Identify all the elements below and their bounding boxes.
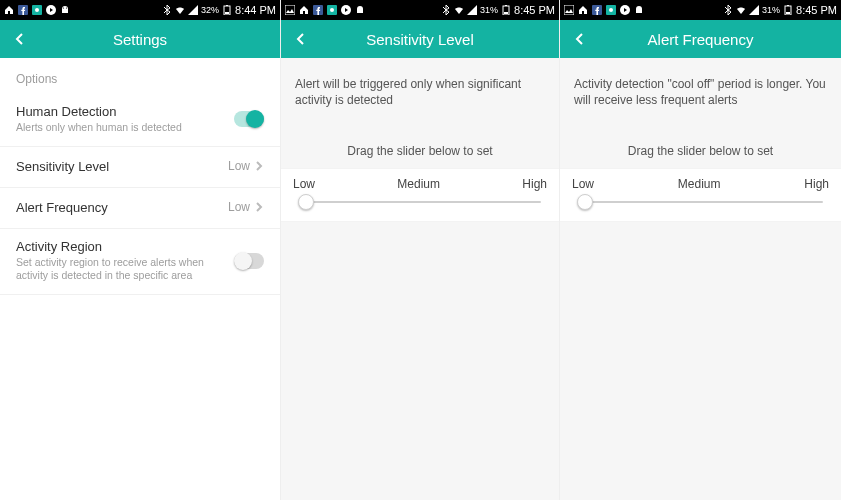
back-button[interactable] (0, 20, 40, 58)
signal-icon (188, 5, 198, 15)
status-bar: 31% 8:45 PM (281, 0, 559, 20)
pane-settings: 32% 8:44 PM Settings Options Human Detec… (0, 0, 281, 500)
android-icon (60, 5, 70, 15)
item-alert-frequency[interactable]: Alert Frequency Low (0, 188, 280, 229)
bluetooth-icon (441, 5, 451, 15)
slider-thumb[interactable] (298, 194, 314, 210)
battery-pct: 31% (480, 5, 498, 15)
camera-icon (327, 5, 337, 15)
battery-pct: 32% (201, 5, 219, 15)
pane-sensitivity: 31% 8:45 PM Sensitivity Level Alert will… (281, 0, 560, 500)
slider-thumb[interactable] (577, 194, 593, 210)
play-icon (620, 5, 630, 15)
home-icon (4, 5, 14, 15)
svg-point-20 (609, 8, 613, 12)
slider-label-low: Low (293, 177, 315, 191)
android-icon (634, 5, 644, 15)
section-label: Options (0, 58, 280, 94)
slider-card: Low Medium High (281, 168, 559, 222)
slider[interactable] (299, 201, 541, 203)
page-title: Sensitivity Level (281, 31, 559, 48)
svg-rect-17 (564, 5, 574, 15)
item-title: Alert Frequency (16, 200, 220, 215)
item-value: Low (228, 200, 250, 214)
app-header: Sensitivity Level (281, 20, 559, 58)
picture-icon (564, 5, 574, 15)
picture-icon (285, 5, 295, 15)
facebook-icon (313, 5, 323, 15)
item-title: Sensitivity Level (16, 159, 220, 174)
facebook-icon (18, 5, 28, 15)
settings-list: Options Human Detection Alerts only when… (0, 58, 280, 295)
slider-label-medium: Medium (397, 177, 440, 191)
slider-label-high: High (804, 177, 829, 191)
back-button[interactable] (560, 20, 600, 58)
battery-pct: 31% (762, 5, 780, 15)
item-subtitle: Set activity region to receive alerts wh… (16, 256, 226, 282)
camera-icon (606, 5, 616, 15)
android-icon (355, 5, 365, 15)
item-title: Activity Region (16, 239, 226, 254)
slider[interactable] (578, 201, 823, 203)
description: Alert will be triggered only when signif… (281, 58, 559, 116)
svg-rect-24 (786, 12, 790, 14)
chevron-right-icon (254, 198, 264, 216)
slider-card: Low Medium High (560, 168, 841, 222)
wifi-icon (454, 5, 464, 15)
battery-icon (783, 5, 793, 15)
wifi-icon (175, 5, 185, 15)
item-value: Low (228, 159, 250, 173)
signal-icon (467, 5, 477, 15)
drag-instruction: Drag the slider below to set (281, 116, 559, 168)
page-title: Alert Frequency (560, 31, 841, 48)
clock: 8:44 PM (235, 4, 276, 16)
svg-rect-15 (505, 5, 507, 6)
home-icon (578, 5, 588, 15)
status-bar: 32% 8:44 PM (0, 0, 280, 20)
play-icon (341, 5, 351, 15)
clock: 8:45 PM (514, 4, 555, 16)
slider-label-low: Low (572, 177, 594, 191)
battery-icon (222, 5, 232, 15)
facebook-icon (592, 5, 602, 15)
status-bar: 31% 8:45 PM (560, 0, 841, 20)
drag-instruction: Drag the slider below to set (560, 116, 841, 168)
app-header: Settings (0, 20, 280, 58)
svg-rect-8 (225, 12, 229, 14)
page-title: Settings (0, 31, 280, 48)
svg-point-12 (330, 8, 334, 12)
bluetooth-icon (723, 5, 733, 15)
back-button[interactable] (281, 20, 321, 58)
bluetooth-icon (162, 5, 172, 15)
slider-label-high: High (522, 177, 547, 191)
item-title: Human Detection (16, 104, 226, 119)
chevron-right-icon (254, 157, 264, 175)
item-human-detection[interactable]: Human Detection Alerts only when human i… (0, 94, 280, 147)
battery-icon (501, 5, 511, 15)
svg-rect-7 (226, 5, 228, 6)
svg-rect-9 (285, 5, 295, 15)
slider-label-medium: Medium (678, 177, 721, 191)
clock: 8:45 PM (796, 4, 837, 16)
wifi-icon (736, 5, 746, 15)
signal-icon (749, 5, 759, 15)
description: Activity detection "cool off" period is … (560, 58, 841, 116)
pane-alert-frequency: 31% 8:45 PM Alert Frequency Activity det… (560, 0, 841, 500)
app-header: Alert Frequency (560, 20, 841, 58)
svg-point-2 (35, 8, 39, 12)
svg-rect-23 (787, 5, 789, 6)
home-icon (299, 5, 309, 15)
item-activity-region[interactable]: Activity Region Set activity region to r… (0, 229, 280, 295)
svg-point-5 (66, 7, 67, 8)
item-subtitle: Alerts only when human is detected (16, 121, 226, 134)
play-icon (46, 5, 56, 15)
toggle-human-detection[interactable] (234, 111, 264, 127)
svg-rect-16 (504, 12, 508, 14)
svg-point-4 (63, 7, 64, 8)
toggle-activity-region[interactable] (234, 253, 264, 269)
item-sensitivity-level[interactable]: Sensitivity Level Low (0, 147, 280, 188)
camera-icon (32, 5, 42, 15)
